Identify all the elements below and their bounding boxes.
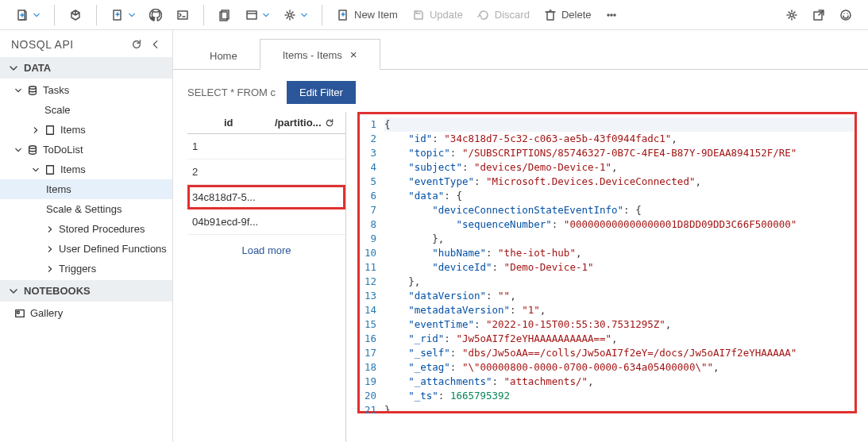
json-code[interactable]: { "id": "34c818d7-5c32-c063-ae5b-43f0944…	[384, 114, 854, 411]
discard-label: Discard	[495, 9, 530, 21]
delete-button[interactable]: Delete	[538, 5, 598, 25]
tree-todolist[interactable]: ToDoList	[0, 140, 172, 160]
svg-point-12	[790, 13, 793, 17]
tree-scale[interactable]: Scale	[0, 100, 172, 120]
svg-point-9	[608, 14, 609, 16]
content-area: Home Items - Items× SELECT * FROM c Edit…	[173, 30, 868, 442]
svg-rect-2	[178, 11, 187, 19]
database-icon	[27, 144, 38, 156]
new-item-label: New Item	[354, 9, 398, 21]
terminal-icon[interactable]	[170, 5, 195, 25]
query-bar: SELECT * FROM c Edit Filter	[173, 70, 868, 112]
update-button[interactable]: Update	[406, 5, 469, 25]
new-item-button[interactable]: New Item	[330, 5, 404, 25]
svg-rect-5	[247, 11, 257, 19]
section-notebooks[interactable]: NOTEBOOKS	[0, 280, 172, 302]
svg-rect-8	[547, 12, 554, 20]
tabs: Home Items - Items×	[173, 30, 868, 70]
svg-rect-20	[17, 311, 20, 313]
json-editor: 123456789101112131415161718192021 { "id"…	[353, 112, 857, 442]
edit-filter-button[interactable]: Edit Filter	[287, 81, 356, 104]
feedback-icon[interactable]	[833, 5, 858, 25]
database-icon	[27, 85, 38, 96]
svg-rect-16	[47, 125, 54, 134]
cube-icon[interactable]	[63, 5, 88, 25]
doc-plus-icon[interactable]	[105, 5, 141, 25]
popout-icon[interactable]	[806, 5, 831, 25]
tree-triggers[interactable]: Triggers	[0, 259, 172, 279]
item-row[interactable]: 1	[187, 134, 345, 160]
tab-close-icon[interactable]: ×	[350, 48, 357, 61]
svg-point-11	[614, 14, 615, 16]
svg-point-10	[611, 14, 612, 16]
col-id[interactable]: id	[191, 117, 267, 129]
tree-gallery[interactable]: Gallery	[0, 303, 172, 323]
settings-icon[interactable]	[779, 5, 804, 25]
container-icon	[44, 164, 56, 175]
more-icon[interactable]	[599, 5, 624, 25]
tree-items-tasks[interactable]: Items	[0, 120, 172, 140]
gallery-icon	[14, 308, 25, 319]
tree-scale-settings[interactable]: Scale & Settings	[0, 199, 172, 219]
line-gutter: 123456789101112131415161718192021	[360, 114, 384, 411]
sidebar: NOSQL API DATA Tasks Scale Items ToDoLis…	[0, 30, 173, 442]
svg-point-15	[29, 86, 37, 89]
save-all-icon[interactable]	[212, 5, 237, 25]
tab-home[interactable]: Home	[187, 42, 260, 70]
svg-point-6	[288, 13, 291, 17]
chevron-down-icon	[10, 64, 17, 72]
item-row[interactable]: 04b91ecd-9f...	[187, 209, 345, 235]
tree-stored-procedures[interactable]: Stored Procedures	[0, 219, 172, 239]
col-partition[interactable]: /partitio...	[267, 117, 343, 129]
tree-items-leaf[interactable]: Items	[0, 179, 172, 199]
container-icon	[44, 125, 56, 136]
refresh-icon[interactable]	[131, 39, 142, 50]
item-list: id /partitio... 1234c818d7-5...04b91ecd-…	[187, 112, 346, 442]
tree-udf[interactable]: User Defined Functions	[0, 239, 172, 259]
top-toolbar: New Item Update Discard Delete	[0, 0, 868, 30]
tree-tasks[interactable]: Tasks	[0, 80, 172, 100]
refresh-icon[interactable]	[325, 118, 334, 128]
api-title: NOSQL API	[11, 38, 123, 51]
new-doc-dropdown[interactable]	[10, 5, 46, 25]
item-row[interactable]: 2	[187, 160, 345, 185]
tab-items[interactable]: Items - Items×	[260, 39, 380, 70]
discard-button[interactable]: Discard	[471, 5, 536, 25]
section-data[interactable]: DATA	[0, 57, 172, 79]
github-icon[interactable]	[143, 5, 168, 25]
gear-dropdown-icon[interactable]	[277, 5, 314, 25]
collapse-icon[interactable]	[150, 39, 161, 50]
update-label: Update	[430, 9, 463, 21]
tree-items-todo[interactable]: Items	[0, 160, 172, 179]
load-more-link[interactable]: Load more	[187, 235, 345, 266]
query-text: SELECT * FROM c	[187, 86, 276, 98]
section-data-label: DATA	[24, 62, 51, 74]
browser-dropdown-icon[interactable]	[239, 5, 276, 25]
data-tree: Tasks Scale Items ToDoList Items Items S…	[0, 79, 172, 280]
section-notebooks-label: NOTEBOOKS	[24, 285, 91, 297]
chevron-down-icon	[10, 287, 17, 295]
delete-label: Delete	[561, 9, 592, 21]
svg-point-17	[29, 145, 37, 148]
item-list-header: id /partitio...	[187, 112, 345, 134]
item-row[interactable]: 34c818d7-5...	[187, 185, 345, 209]
svg-rect-18	[47, 165, 54, 174]
